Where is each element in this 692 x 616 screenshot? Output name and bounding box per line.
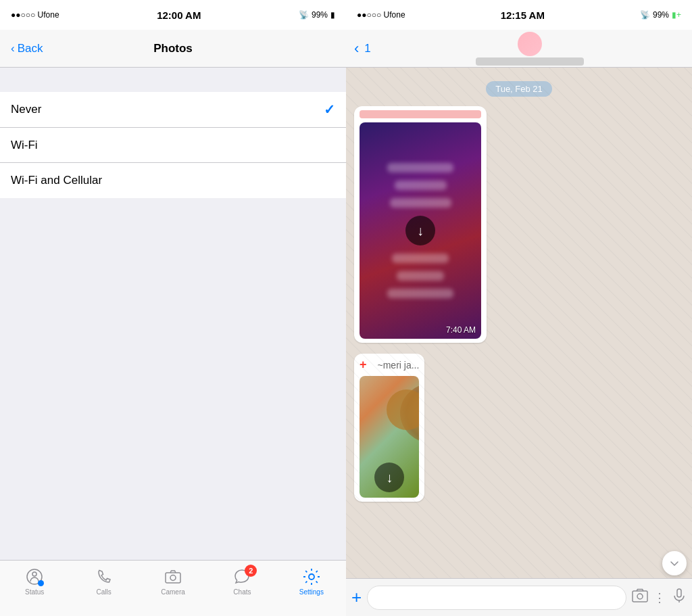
right-time: 12:15 AM: [501, 9, 545, 21]
tab-item-status[interactable]: Status: [0, 567, 69, 596]
message-bubble-2[interactable]: + ~meri ja... ↓: [354, 354, 424, 502]
attach-button[interactable]: +: [351, 587, 362, 608]
checkmark-icon: ✓: [324, 101, 335, 118]
tab-item-chats[interactable]: 2 Chats: [207, 567, 276, 596]
status-icon: [25, 567, 44, 586]
blurred-text-overlay: ↓: [360, 122, 481, 339]
camera-tab-label: Camera: [161, 588, 185, 596]
date-badge: Tue, Feb 21: [354, 81, 684, 97]
svg-rect-7: [677, 589, 681, 597]
media-food-container[interactable]: ↓: [360, 376, 419, 498]
back-label: Back: [18, 42, 43, 55]
calls-icon: [95, 567, 114, 586]
nav-title: Photos: [153, 42, 193, 55]
blur-line-1: [387, 163, 453, 172]
calls-tab-label: Calls: [96, 588, 111, 596]
right-battery-text: 99%: [653, 10, 669, 20]
svg-rect-5: [633, 591, 647, 602]
wifi-label: Wi-Fi: [11, 139, 38, 152]
message-input[interactable]: [367, 586, 626, 610]
mic-button[interactable]: [672, 588, 687, 607]
chats-icon: 2: [232, 567, 251, 586]
blur-line-6: [387, 289, 453, 298]
left-status-bar: ●●○○○ Ufone 12:00 AM 📡 99% ▮: [0, 0, 346, 30]
back-button[interactable]: ‹ Back: [11, 42, 43, 55]
download-button-2[interactable]: ↓: [374, 463, 404, 492]
right-panel: ●●○○○ Ufone 12:15 AM 📡 99% ▮+ ‹ 1: [346, 0, 692, 616]
blur-line-2: [395, 181, 447, 190]
settings-item-wifi[interactable]: Wi-Fi: [0, 128, 346, 163]
battery-icon: ▮: [330, 10, 335, 20]
food-item-2: [387, 389, 419, 430]
right-battery-icon: ▮+: [672, 10, 681, 20]
message-2-container: + ~meri ja... ↓: [354, 350, 684, 506]
battery-text: 99%: [312, 10, 328, 20]
input-bar: + ⋮: [346, 578, 692, 616]
right-nav-bar: ‹ 1: [346, 30, 692, 68]
message-1-container: ↓ 7:40 AM: [354, 102, 684, 347]
sender-name-bar-1: [360, 110, 481, 118]
settings-item-wifi-cellular[interactable]: Wi-Fi and Cellular: [0, 163, 346, 198]
left-nav-bar: ‹ Back Photos: [0, 30, 346, 68]
settings-item-never[interactable]: Never ✓: [0, 92, 346, 128]
contact-name-bar: [476, 57, 584, 66]
settings-list: Never ✓ Wi-Fi Wi-Fi and Cellular: [0, 92, 346, 198]
svg-rect-2: [166, 573, 180, 583]
section-header: [0, 68, 346, 92]
svg-point-1: [32, 572, 36, 576]
antenna-icon: 📡: [299, 10, 309, 20]
camera-button[interactable]: [632, 588, 648, 608]
blur-line-5: [397, 271, 444, 281]
tab-bar: Status Calls: [0, 560, 346, 616]
left-carrier: ●●○○○ Ufone: [11, 10, 59, 20]
scroll-to-bottom-button[interactable]: [662, 551, 687, 575]
chats-badge: 2: [245, 565, 257, 577]
more-options-button[interactable]: ⋮: [653, 590, 666, 605]
media-purple-bg: ↓: [360, 122, 481, 339]
right-battery-area: 📡 99% ▮+: [640, 10, 681, 20]
right-carrier: ●●○○○ Ufone: [357, 10, 405, 20]
settings-tab-label: Settings: [299, 588, 324, 596]
antenna-icon-right: 📡: [640, 10, 650, 20]
chevron-left-icon: ‹: [11, 42, 15, 55]
camera-icon: [164, 567, 182, 586]
status-tab-label: Status: [25, 588, 44, 596]
chat-area[interactable]: Tue, Feb 21 ↓: [346, 68, 692, 578]
settings-icon: [302, 567, 321, 586]
second-sender-row: + ~meri ja...: [360, 358, 419, 372]
chevron-left-icon-right: ‹: [354, 40, 359, 57]
svg-point-3: [170, 575, 176, 581]
tab-item-calls[interactable]: Calls: [69, 567, 138, 596]
contact-info[interactable]: [376, 32, 684, 66]
message-bubble-1[interactable]: ↓ 7:40 AM: [354, 106, 487, 343]
message-preview-text: ~meri ja...: [378, 360, 420, 371]
blur-line-3: [390, 198, 451, 208]
date-badge-text: Tue, Feb 21: [486, 81, 552, 97]
left-panel: ●●○○○ Ufone 12:00 AM 📡 99% ▮ ‹ Back Phot…: [0, 0, 346, 616]
media-container-1[interactable]: ↓ 7:40 AM: [360, 122, 481, 339]
download-button-1[interactable]: ↓: [405, 216, 435, 245]
wifi-cellular-label: Wi-Fi and Cellular: [11, 174, 102, 187]
screen-container: ●●○○○ Ufone 12:00 AM 📡 99% ▮ ‹ Back Phot…: [0, 0, 692, 616]
left-battery: 📡 99% ▮: [299, 10, 335, 20]
plus-icon: +: [360, 358, 367, 372]
left-time: 12:00 AM: [157, 9, 201, 21]
right-status-bar: ●●○○○ Ufone 12:15 AM 📡 99% ▮+: [346, 0, 692, 30]
tab-item-settings[interactable]: Settings: [277, 567, 346, 596]
back-count: 1: [364, 42, 370, 55]
svg-point-6: [637, 594, 643, 599]
contact-avatar: [518, 32, 542, 56]
blur-line-4: [392, 254, 449, 263]
left-spacer: [0, 198, 346, 560]
tab-item-camera[interactable]: Camera: [139, 567, 207, 596]
right-back-button[interactable]: ‹: [354, 40, 359, 57]
media-timestamp-1: 7:40 AM: [446, 325, 476, 335]
never-label: Never: [11, 103, 41, 116]
chats-tab-label: Chats: [233, 588, 251, 596]
svg-point-4: [309, 574, 314, 579]
